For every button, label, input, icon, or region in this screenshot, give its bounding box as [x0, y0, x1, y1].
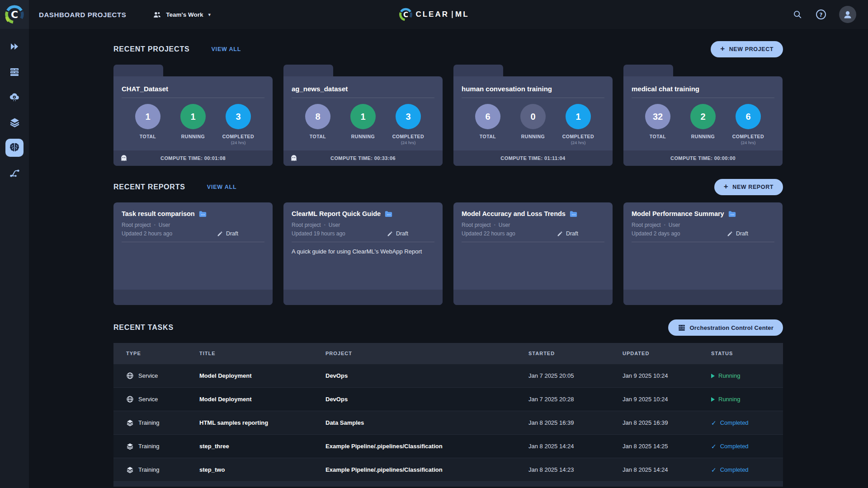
- report-author: User: [159, 222, 170, 228]
- pencil-icon: [217, 231, 223, 237]
- dot-separator: •: [324, 223, 326, 227]
- project-name: ag_news_dataset: [283, 76, 443, 98]
- task-type: Training: [138, 466, 159, 473]
- project-card[interactable]: ag_news_dataset 8 TOTAL 1 RUNNING 3: [283, 65, 443, 166]
- compute-footer: COMPUTE TIME: 01:11:04: [453, 150, 613, 166]
- task-started: Jan 7 2025 20:05: [528, 372, 623, 379]
- report-card-footer: [283, 290, 443, 305]
- col-updated[interactable]: UPDATED: [623, 351, 711, 356]
- wordmark-clear: CLEAR: [415, 10, 449, 19]
- help-icon: ?: [816, 9, 826, 20]
- svg-text:C: C: [403, 11, 408, 19]
- sidebar-item-datasets[interactable]: [5, 113, 24, 131]
- top-bar: C DASHBOARD PROJECTS Team's Work ▾ C CLE…: [0, 0, 868, 29]
- task-title: HTML samples reporting: [199, 419, 326, 426]
- report-project: Root project: [122, 222, 151, 228]
- status-badge: ✓ Completed: [711, 443, 783, 450]
- search-button[interactable]: [792, 9, 803, 20]
- draft-badge: Draft: [557, 230, 578, 237]
- table-row[interactable]: Service Model Deployment DevOps Jan 7 20…: [113, 364, 783, 387]
- plus-icon: +: [724, 182, 729, 191]
- table-row[interactable]: Training step_three Example Pipeline/.pi…: [113, 434, 783, 458]
- table-row-partial: [113, 481, 783, 487]
- chevron-down-icon: ▾: [208, 12, 211, 18]
- running-play-icon: [711, 374, 715, 378]
- report-description: [462, 248, 604, 255]
- stat-total: 8 TOTAL: [301, 104, 335, 145]
- sidebar-item-dashboard-active[interactable]: [5, 139, 24, 157]
- workspace-selector[interactable]: Team's Work ▾: [152, 10, 211, 19]
- col-title[interactable]: TITLE: [199, 351, 326, 356]
- table-row[interactable]: Training step_two Example Pipeline/.pipe…: [113, 458, 783, 481]
- folder-tab: [113, 65, 163, 77]
- task-project: DevOps: [326, 372, 528, 379]
- stat-running: 0 RUNNING: [516, 104, 550, 145]
- task-started: Jan 8 2025 14:24: [528, 443, 623, 450]
- training-layers-icon: [126, 442, 134, 450]
- report-card[interactable]: Model Accuracy and Loss Trends Root proj…: [453, 202, 613, 305]
- report-title: Model Performance Summary: [632, 210, 724, 217]
- user-avatar[interactable]: [839, 6, 856, 23]
- stat-running: 1 RUNNING: [176, 104, 210, 145]
- reports-view-all-link[interactable]: VIEW ALL: [207, 184, 237, 190]
- task-project: Example Pipeline/.pipelines/Classificati…: [326, 466, 528, 473]
- new-project-button[interactable]: + NEW PROJECT: [711, 41, 783, 57]
- report-project: Root project: [292, 222, 321, 228]
- project-card[interactable]: human convesation training 6 TOTAL 0 RUN…: [453, 65, 613, 166]
- col-status[interactable]: STATUS: [711, 351, 783, 356]
- task-project: DevOps: [326, 396, 528, 403]
- training-layers-icon: [126, 466, 134, 474]
- left-sidebar: [0, 29, 29, 488]
- new-report-button[interactable]: + NEW REPORT: [714, 179, 783, 195]
- task-title: Model Deployment: [199, 372, 326, 379]
- project-card[interactable]: CHAT_Dataset 1 TOTAL 1 RUNNING 3: [113, 65, 273, 166]
- clearml-logo-icon: C: [399, 8, 412, 21]
- report-author: User: [669, 222, 680, 228]
- pencil-icon: [557, 231, 563, 237]
- report-updated: Updated 19 hours ago: [292, 230, 345, 237]
- compute-time: COMPUTE TIME: 00:33:06: [330, 155, 396, 161]
- report-folder-icon: [385, 211, 392, 217]
- project-card[interactable]: medical chat training 32 TOTAL 2 RUNNING…: [623, 65, 783, 166]
- task-updated: Jan 8 2025 16:39: [623, 419, 711, 426]
- task-started: Jan 8 2025 14:23: [528, 466, 623, 473]
- report-folder-icon: [199, 211, 207, 217]
- pencil-icon: [387, 231, 393, 237]
- recent-projects-section: RECENT PROJECTS VIEW ALL + NEW PROJECT C…: [113, 41, 783, 166]
- ghost-icon: [290, 154, 298, 162]
- sidebar-item-applications[interactable]: [5, 88, 24, 106]
- sidebar-item-orchestration[interactable]: [5, 63, 24, 81]
- table-row[interactable]: Service Model Deployment DevOps Jan 7 20…: [113, 387, 783, 411]
- plus-icon: +: [720, 44, 725, 53]
- task-updated: Jan 8 2025 14:25: [623, 443, 711, 450]
- dot-separator: •: [154, 223, 156, 227]
- task-title: step_two: [199, 466, 326, 473]
- col-type[interactable]: TYPE: [126, 351, 199, 356]
- table-row[interactable]: Training HTML samples reporting Data Sam…: [113, 411, 783, 434]
- clearml-wordmark: C CLEAR ML: [399, 0, 469, 29]
- main-content: RECENT PROJECTS VIEW ALL + NEW PROJECT C…: [29, 29, 868, 488]
- report-title: ClearML Report Quick Guide: [292, 210, 381, 217]
- report-card-footer: [623, 290, 783, 305]
- sidebar-item-getting-started[interactable]: [5, 38, 24, 56]
- server-rack-icon: [678, 324, 686, 332]
- draft-badge: Draft: [387, 230, 408, 237]
- projects-view-all-link[interactable]: VIEW ALL: [211, 46, 241, 52]
- report-card[interactable]: Model Performance Summary Root project •…: [623, 202, 783, 305]
- col-project[interactable]: PROJECT: [326, 351, 528, 356]
- help-button[interactable]: ?: [816, 9, 826, 20]
- task-type: Training: [138, 443, 159, 450]
- orchestration-control-center-button[interactable]: Orchestration Control Center: [668, 319, 783, 336]
- sidebar-item-pipelines[interactable]: [5, 164, 24, 182]
- task-updated: Jan 9 2025 10:24: [623, 396, 711, 403]
- col-started[interactable]: STARTED: [528, 351, 623, 356]
- ghost-icon: [120, 154, 128, 162]
- report-card[interactable]: Task result comparison Root project • Us…: [113, 202, 273, 305]
- dot-separator: •: [494, 223, 495, 227]
- completed-check-icon: ✓: [711, 466, 717, 474]
- report-card[interactable]: ClearML Report Quick Guide Root project …: [283, 202, 443, 305]
- app-logo[interactable]: C: [0, 0, 29, 29]
- report-author: User: [329, 222, 340, 228]
- task-updated: Jan 9 2025 10:24: [623, 372, 711, 379]
- status-badge: Running: [711, 396, 783, 403]
